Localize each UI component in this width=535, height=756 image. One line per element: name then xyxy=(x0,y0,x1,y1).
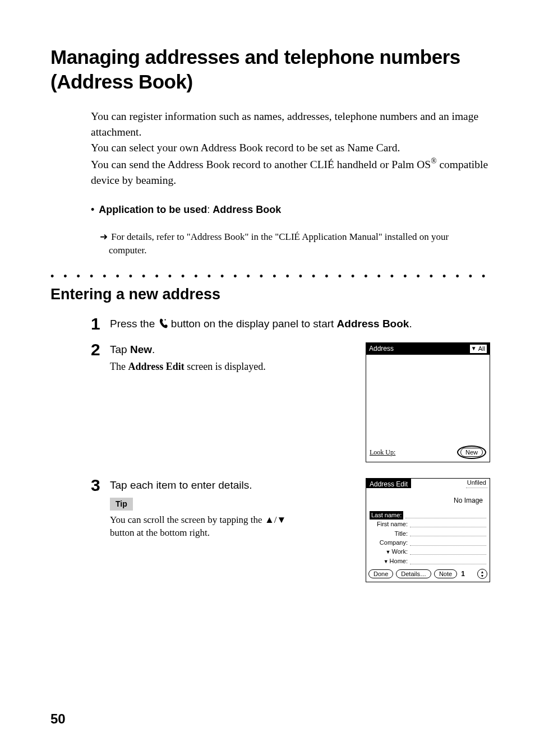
page-title: Managing addresses and telephone numbers… xyxy=(50,45,490,94)
field-home[interactable]: ▼Home: xyxy=(370,557,486,565)
field-last-name[interactable]: Last name: xyxy=(370,511,486,520)
step-number: 3 xyxy=(91,477,110,494)
address-button-icon xyxy=(158,318,168,329)
intro-p1: You can register information such as nam… xyxy=(91,109,490,141)
scroll-up-down-icon[interactable]: ▲▼ xyxy=(477,569,487,579)
ss2-title: Address Edit xyxy=(366,479,411,488)
field-title[interactable]: Title: xyxy=(370,530,486,538)
done-button[interactable]: Done xyxy=(368,569,393,578)
note-button[interactable]: Note xyxy=(434,569,457,578)
application-line: •Application to be used: Address Book xyxy=(91,204,490,216)
address-edit-screenshot: Address Edit Unfiled No Image Last name:… xyxy=(366,478,490,582)
no-image-placeholder[interactable]: No Image xyxy=(366,488,490,511)
step-3: 3 Tap each item to enter details. Tip Yo… xyxy=(91,478,490,582)
new-button[interactable]: New xyxy=(460,448,483,457)
page-number: 50 xyxy=(50,711,66,727)
ss1-title: Address xyxy=(369,344,394,354)
divider-dots: • • • • • • • • • • • • • • • • • • • • … xyxy=(50,271,490,282)
intro-p2: You can select your own Address Book rec… xyxy=(91,140,490,156)
step-number: 1 xyxy=(91,316,110,332)
page-indicator: 1 xyxy=(461,569,465,579)
section-heading: Entering a new address xyxy=(50,286,490,303)
tip-text: You can scroll the screen by tapping the… xyxy=(110,514,289,540)
dropdown-triangle-icon: ▼ xyxy=(386,549,391,555)
new-button-highlight: New xyxy=(457,446,486,459)
details-button[interactable]: Details… xyxy=(396,569,431,578)
app-value: Address Book xyxy=(213,204,281,215)
intro-p3: You can send the Address Book record to … xyxy=(91,156,490,188)
detail-reference: ➜ For details, refer to "Address Book" i… xyxy=(100,230,490,257)
dropdown-triangle-icon: ▼ xyxy=(384,559,389,564)
ss1-category-dropdown[interactable]: ▼ All xyxy=(470,345,487,353)
tip-label: Tip xyxy=(110,498,133,511)
step-2: 2 Tap New. The Address Edit screen is di… xyxy=(91,342,490,462)
step-number: 2 xyxy=(91,341,110,358)
arrow-right-icon: ➜ xyxy=(100,231,108,242)
step-1: 1 Press the button on the display panel … xyxy=(91,317,490,332)
intro-block: You can register information such as nam… xyxy=(91,109,490,189)
address-list-screenshot: Address ▼ All Look Up: New xyxy=(366,342,490,462)
step-2-sub: The Address Edit screen is displayed. xyxy=(110,360,350,374)
field-first-name[interactable]: First name: xyxy=(370,520,486,528)
app-label: Application to be used xyxy=(99,204,207,215)
dropdown-triangle-icon: ▼ xyxy=(471,345,477,353)
svg-point-0 xyxy=(164,319,165,321)
lookup-field[interactable]: Look Up: xyxy=(370,448,454,457)
field-work[interactable]: ▼Work: xyxy=(370,548,486,556)
field-company[interactable]: Company: xyxy=(370,539,486,547)
ss2-category[interactable]: Unfiled xyxy=(466,479,487,488)
